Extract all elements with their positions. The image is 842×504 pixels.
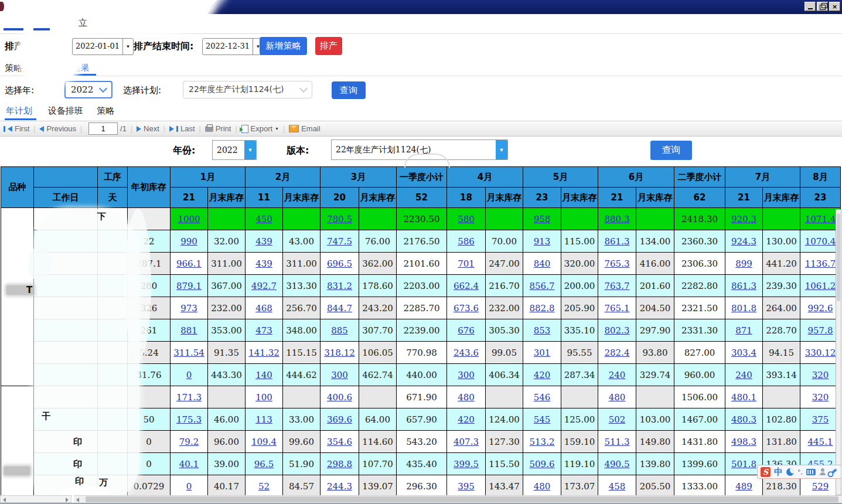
cell-link[interactable]: 831.2 bbox=[327, 281, 352, 291]
dropdown-arrow-icon[interactable]: ▼ bbox=[496, 140, 507, 159]
cell-link[interactable]: 861.3 bbox=[731, 281, 756, 291]
cell-link[interactable]: 545 bbox=[534, 414, 551, 425]
cell-link[interactable]: 300 bbox=[458, 370, 475, 380]
plan-select[interactable]: 22年度生产计划1124(七) bbox=[183, 81, 312, 98]
cell-link[interactable]: 301 bbox=[534, 348, 551, 358]
cell-link[interactable]: 420 bbox=[458, 414, 475, 425]
cell-link[interactable]: 375 bbox=[812, 414, 829, 425]
vertical-scrollbar[interactable] bbox=[836, 209, 841, 495]
cell-link[interactable]: 881 bbox=[180, 325, 197, 336]
cell-link[interactable]: 480 bbox=[609, 392, 626, 403]
ime-toolbar[interactable]: S 中 °, bbox=[757, 465, 841, 479]
new-strategy-button[interactable]: 新增策略 bbox=[260, 37, 307, 55]
cell-link[interactable]: 320 bbox=[812, 392, 829, 403]
keyboard-icon[interactable] bbox=[806, 469, 816, 475]
tab-device-shift[interactable]: 设备排班 bbox=[48, 105, 83, 117]
cell-link[interactable]: 763.7 bbox=[605, 281, 630, 291]
cell-link[interactable]: 439 bbox=[255, 236, 272, 247]
cell-link[interactable]: 957.8 bbox=[808, 325, 833, 336]
cell-link[interactable]: 992.6 bbox=[808, 303, 833, 314]
pager-last-button[interactable]: Last bbox=[169, 124, 195, 133]
cell-link[interactable]: 696.5 bbox=[327, 258, 352, 269]
scroll-left-icon[interactable] bbox=[3, 498, 6, 502]
cell-link[interactable]: 399.5 bbox=[454, 459, 479, 469]
email-button[interactable]: Email bbox=[289, 124, 321, 133]
cell-link[interactable]: 240 bbox=[735, 370, 752, 380]
user-icon[interactable] bbox=[819, 468, 826, 475]
cell-link[interactable]: 1000 bbox=[178, 214, 200, 224]
cell-link[interactable]: 529 bbox=[812, 481, 829, 492]
cell-link[interactable]: 480.3 bbox=[731, 414, 756, 425]
cell-link[interactable]: 468 bbox=[255, 303, 272, 314]
cell-link[interactable]: 844.7 bbox=[327, 303, 352, 314]
cell-link[interactable]: 369.6 bbox=[327, 414, 352, 425]
cell-link[interactable]: 501.8 bbox=[731, 459, 756, 469]
cell-link[interactable]: 958 bbox=[534, 214, 551, 224]
report-year-combobox[interactable]: 2022 ▼ bbox=[212, 140, 257, 160]
cell-link[interactable]: 473 bbox=[255, 325, 272, 336]
cell-link[interactable]: 861.3 bbox=[605, 236, 630, 247]
cell-link[interactable]: 1136.7 bbox=[805, 258, 836, 269]
cell-link[interactable]: 913 bbox=[534, 236, 551, 247]
cell-link[interactable]: 52 bbox=[258, 481, 270, 492]
cell-link[interactable]: 511.3 bbox=[605, 437, 630, 447]
cell-link[interactable]: 140 bbox=[255, 370, 272, 380]
run-schedule-button[interactable]: 排产 bbox=[315, 37, 342, 55]
cell-link[interactable]: 450 bbox=[255, 214, 272, 224]
cell-link[interactable]: 899 bbox=[735, 258, 752, 269]
cell-link[interactable]: 1071.4 bbox=[805, 214, 836, 224]
cell-link[interactable]: 489 bbox=[735, 481, 752, 492]
cell-link[interactable]: 885 bbox=[331, 325, 348, 336]
cell-link[interactable]: 802.3 bbox=[605, 325, 630, 336]
cell-link[interactable]: 300 bbox=[331, 370, 348, 380]
cell-link[interactable]: 282.4 bbox=[605, 348, 630, 358]
cell-link[interactable]: 480 bbox=[458, 392, 475, 403]
cell-link[interactable]: 113 bbox=[255, 414, 272, 425]
cell-link[interactable]: 765.3 bbox=[605, 258, 630, 269]
pager-previous-button[interactable]: Previous bbox=[39, 124, 76, 133]
cell-link[interactable]: 318.12 bbox=[324, 348, 355, 358]
cell-link[interactable]: 445.1 bbox=[808, 437, 833, 447]
sogou-logo-icon[interactable]: S bbox=[761, 467, 771, 477]
vertical-scrollbar-thumb[interactable] bbox=[837, 213, 840, 301]
cell-link[interactable]: 498.3 bbox=[731, 437, 756, 447]
cell-link[interactable]: 320 bbox=[812, 370, 829, 380]
export-button[interactable]: Export▼ bbox=[241, 124, 279, 133]
cell-link[interactable]: 311.54 bbox=[173, 348, 204, 358]
dropdown-arrow-icon[interactable]: ▼ bbox=[122, 39, 133, 55]
horizontal-scrollbar-thumb[interactable] bbox=[86, 496, 838, 502]
cell-link[interactable]: 546 bbox=[534, 392, 551, 403]
main-horizontal-scrollbar[interactable] bbox=[74, 495, 842, 503]
cell-link[interactable]: 580 bbox=[458, 214, 475, 224]
cell-link[interactable]: 1070.4 bbox=[805, 236, 836, 247]
cell-link[interactable]: 990 bbox=[180, 236, 197, 247]
cell-link[interactable]: 100 bbox=[255, 392, 272, 403]
cell-link[interactable]: 973 bbox=[180, 303, 197, 314]
cell-link[interactable]: 480 bbox=[534, 481, 551, 492]
cell-link[interactable]: 853 bbox=[534, 325, 551, 336]
cell-link[interactable]: 458 bbox=[609, 481, 626, 492]
pager-first-button[interactable]: First bbox=[4, 124, 29, 133]
cell-link[interactable]: 509.6 bbox=[530, 459, 555, 469]
cell-link[interactable]: 354.6 bbox=[327, 437, 352, 447]
scroll-right-icon[interactable] bbox=[66, 498, 69, 502]
cell-link[interactable]: 395 bbox=[458, 481, 475, 492]
cell-link[interactable]: 490.5 bbox=[605, 459, 630, 469]
cell-link[interactable]: 513.2 bbox=[530, 437, 555, 447]
punctuation-mode-icon[interactable]: °, bbox=[797, 468, 803, 476]
cell-link[interactable]: 676 bbox=[458, 325, 475, 336]
report-query-button[interactable]: 查询 bbox=[650, 141, 692, 160]
cell-link[interactable]: 171.3 bbox=[176, 392, 202, 403]
chinese-mode-icon[interactable]: 中 bbox=[774, 466, 783, 478]
cell-link[interactable]: 420 bbox=[534, 370, 551, 380]
dropdown-arrow-icon[interactable]: ▼ bbox=[244, 141, 256, 159]
start-date-combobox[interactable]: 2022-01-01 ▼ bbox=[72, 38, 134, 55]
tab-year-plan[interactable]: 年计划 bbox=[6, 105, 32, 117]
cell-link[interactable]: 924.3 bbox=[731, 236, 756, 247]
cell-link[interactable]: 298.8 bbox=[327, 459, 352, 469]
cell-link[interactable]: 966.1 bbox=[176, 258, 202, 269]
cell-link[interactable]: 79.2 bbox=[179, 437, 199, 447]
left-horizontal-scrollbar[interactable] bbox=[0, 495, 71, 503]
page-number-input[interactable] bbox=[88, 122, 118, 135]
cell-link[interactable]: 400.6 bbox=[327, 392, 352, 403]
